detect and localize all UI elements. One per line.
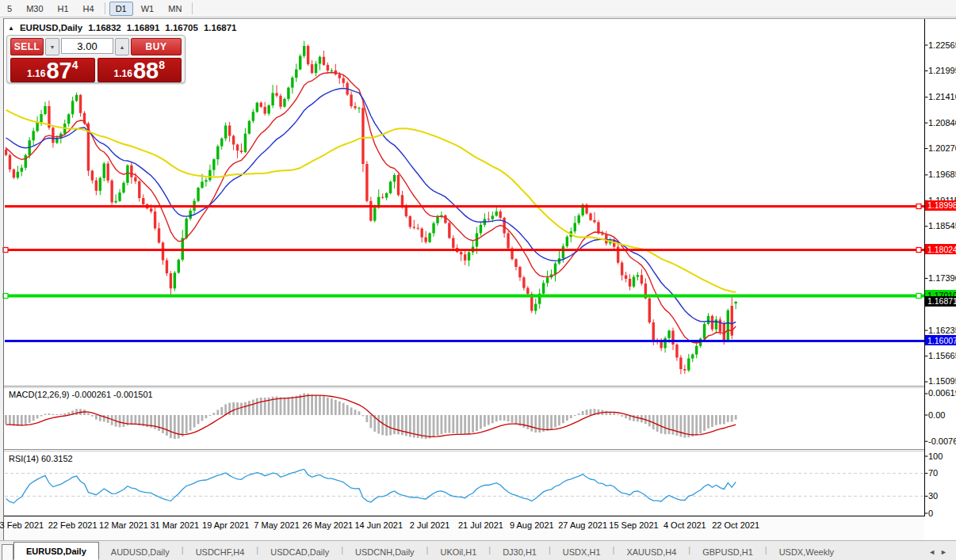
scroll-left-icon[interactable]: ◄: [928, 548, 940, 556]
sell-button[interactable]: SELL: [10, 38, 44, 55]
volume-input[interactable]: [61, 38, 113, 54]
line-handle: [916, 204, 921, 209]
chart-tab-eurusd[interactable]: EURUSD,Daily: [13, 542, 99, 560]
spin-down-icon: ▼: [50, 44, 55, 50]
sell-price-display[interactable]: 1.16 87 4: [10, 58, 95, 82]
timeframe-button-d1[interactable]: D1: [109, 2, 133, 16]
spin-up-icon: ▲: [120, 44, 125, 50]
buy-price-display[interactable]: 1.16 88 8: [98, 58, 182, 82]
timeframe-button-h1[interactable]: H1: [52, 2, 75, 16]
time-axis-strip: [4, 516, 924, 540]
rsi-indicator-label: RSI(14) 60.3152: [9, 454, 73, 463]
timeframe-button-h4[interactable]: H4: [77, 2, 101, 16]
line-handle: [916, 248, 921, 253]
sell-price-sup: 4: [72, 59, 78, 71]
low-value: 1.16705: [165, 23, 198, 32]
chart-tab-ukoil[interactable]: UKOil,H1: [428, 544, 488, 560]
chart-tab-dj30[interactable]: DJ30,H1: [491, 544, 549, 560]
toolbar-separator: [105, 2, 105, 14]
chart-tab-bar: EURUSD,DailyAUDUSD,Daily|USDCHF,H4|USDCA…: [0, 540, 956, 560]
line-handle: [916, 294, 921, 299]
tab-stub: [2, 544, 13, 560]
macd-layer: [5, 393, 737, 439]
chart-tab-usdx[interactable]: USDX,Weekly: [767, 544, 846, 560]
toolbar-separator: [192, 2, 193, 14]
buy-button[interactable]: BUY: [131, 38, 182, 55]
volume-decrease-button[interactable]: ▼: [45, 38, 59, 55]
chart-tab-gbpusd[interactable]: GBPUSD,H1: [690, 544, 765, 560]
timeframe-toolbar: 5M30H1H4D1W1MN: [0, 0, 956, 17]
chart-tab-usdcad[interactable]: USDCAD,Daily: [258, 544, 341, 560]
timeframe-button-5[interactable]: 5: [1, 2, 18, 16]
open-value: 1.16832: [88, 23, 121, 32]
chart-tab-usdx[interactable]: USDX,H1: [551, 544, 613, 560]
chart-tab-usdcnh[interactable]: USDCNH,Daily: [343, 544, 426, 560]
buy-price-sup: 8: [159, 59, 165, 71]
collapse-triangle-icon[interactable]: ▲: [8, 25, 14, 32]
symbol-label: EURUSD,Daily: [20, 23, 82, 32]
buy-price-big: 88: [133, 59, 159, 82]
timeframe-button-mn[interactable]: MN: [162, 2, 188, 16]
chart-tab-xauusd[interactable]: XAUUSD,H4: [614, 544, 688, 560]
rsi-layer: [5, 469, 924, 503]
chart-tab-usdchf[interactable]: USDCHF,H4: [184, 544, 257, 560]
candles-layer: [5, 41, 737, 375]
one-click-trading-panel: SELL ▼ ▲ BUY 1.16 87 4 1.16 88 8: [6, 35, 185, 83]
close-value: 1.16871: [204, 23, 237, 32]
chart-tab-audusd[interactable]: AUDUSD,Daily: [99, 544, 182, 560]
rsi-line: [6, 469, 736, 503]
timeframe-button-m30[interactable]: M30: [20, 2, 49, 16]
buy-price-prefix: 1.16: [114, 68, 132, 79]
macd-indicator-label: MACD(12,26,9) -0.000261 -0.001501: [9, 390, 153, 399]
timeframe-button-w1[interactable]: W1: [135, 2, 161, 16]
chart-ohlc-header: ▲ EURUSD,Daily 1.16832 1.16891 1.16705 1…: [8, 22, 236, 33]
sell-price-big: 87: [46, 59, 71, 82]
sell-price-prefix: 1.16: [27, 68, 45, 79]
scroll-right-icon[interactable]: ►: [940, 548, 952, 556]
volume-increase-button[interactable]: ▲: [115, 38, 129, 55]
tab-scroll-arrows: ◄►: [928, 548, 952, 556]
high-value: 1.16891: [127, 23, 160, 32]
